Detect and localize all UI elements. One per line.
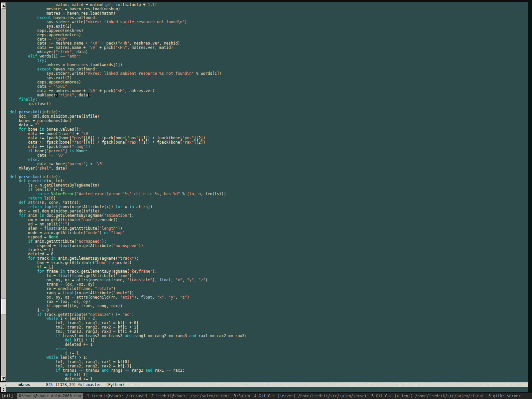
code-token: and: [146, 368, 153, 373]
code-token: parseskan: [19, 175, 40, 179]
code-token: '\0': [81, 131, 90, 136]
code-token: , ambres.ver): [125, 88, 155, 93]
code-token: [10, 149, 28, 153]
taskbar-window[interactable]: 3+Salem: [234, 393, 250, 399]
code-token: data =: [10, 123, 35, 127]
code-token: [10, 368, 56, 373]
scrollbar-trough[interactable]: [1, 9, 6, 376]
code-token: while: [47, 355, 58, 360]
code-token: + pack(: [99, 41, 118, 46]
code-token: "rax": [72, 140, 83, 145]
minibuffer-scrollbar[interactable]: [1, 387, 6, 392]
code-token: [10, 316, 47, 321]
code-token: :: [79, 54, 81, 59]
emacs-frame: matnm, matid = matnm[:p], int(matnm[p + …: [0, 0, 528, 393]
mode-line-text: --:---: [0, 382, 18, 387]
code-token: frame: [44, 269, 60, 274]
code-token: [10, 213, 19, 218]
code-token: and: [125, 333, 132, 338]
code-token: "Wanted exactly one `%s' child in %s, ha…: [76, 192, 180, 196]
code-token: in: [60, 269, 65, 274]
code-token: data +=: [10, 153, 56, 158]
code-token: "name": [58, 131, 72, 136]
code-token: [10, 346, 56, 351]
code-token: ad = nm.split(: [10, 222, 60, 226]
code-token: if: [37, 312, 42, 317]
code-token: deps.append(matres): [10, 33, 81, 37]
code-token: and: [189, 333, 196, 338]
code-token: ) !=: [111, 312, 123, 317]
taskbar-window[interactable]: 2-fredrik@shack:~/src/salem/client: [151, 393, 229, 399]
code-token: "length": [99, 226, 118, 231]
taskbar-window-selected[interactable]: 0*emacs@shack.dolda2000.com: [17, 393, 83, 399]
code-token: doc = xml.dom.minidom.parse(infile): [10, 209, 99, 213]
code-line[interactable]: mklayer("skel", data): [10, 166, 247, 171]
scrollbar-thumb[interactable]: [1, 299, 6, 315]
code-token: len(ls) != 1:: [33, 187, 65, 192]
code-token: ): [185, 20, 187, 24]
code-token: "skel": [37, 166, 51, 171]
code-token: "<Hh": [116, 45, 127, 50]
code-token: data += meshres.name +: [10, 41, 90, 46]
code-token: "translate": [127, 278, 152, 282]
code-token: ][1]) + fpack(bone[: [139, 136, 183, 140]
code-token: nm = anim.getAttribute(: [10, 217, 81, 222]
code-line[interactable]: bones = parsebones(doc): [10, 119, 247, 123]
code-window[interactable]: matnm, matid = matnm[:p], int(matnm[p + …: [6, 2, 528, 382]
code-token: data += fpack(bone[: [10, 144, 72, 149]
taskbar-window[interactable]: 5-Git Gui (client) /home/fredrik/src/sal…: [371, 393, 484, 399]
code-token: attrs: [28, 200, 40, 205]
code-token: "rax": [127, 140, 139, 145]
code-token: def: [19, 179, 26, 183]
code-buffer[interactable]: matnm, matid = matnm[:p], int(matnm[p + …: [10, 3, 247, 381]
code-token: , matres.ver, matid): [127, 45, 173, 50]
code-token: haven.res.notfound:: [51, 67, 97, 71]
code-token: x: [122, 204, 129, 209]
echo-area[interactable]: [6, 387, 528, 392]
scrollbar-down-button[interactable]: [1, 376, 6, 381]
code-token: raise: [37, 192, 49, 196]
code-token: )): [129, 273, 134, 278]
code-token: mklayer(: [10, 50, 56, 54]
code-token: :: [44, 58, 47, 63]
code-token: ):: [134, 256, 139, 261]
code-token: [10, 67, 37, 71]
code-token: deleted += 1: [10, 342, 92, 347]
code-line[interactable]: data += '\0': [10, 153, 247, 158]
code-token: if: [28, 187, 33, 192]
code-line[interactable]: deleted += 1: [10, 377, 247, 381]
code-token: ,: [164, 295, 169, 300]
taskbar-window[interactable]: 6-gitk: server: [488, 393, 521, 399]
code-token: [10, 338, 65, 342]
code-token: "time": [116, 273, 130, 278]
code-line[interactable]: maklayer("rlink", data): [10, 93, 247, 97]
code-token: [42, 204, 44, 209]
code-token: float: [141, 295, 153, 300]
code-token: doc = xml.dom.minidom.parse(infile): [10, 114, 99, 119]
code-token: "<Hh": [118, 41, 129, 46]
code-token: ls = n.getElementsByTagName(tn): [10, 183, 99, 188]
code-token: [10, 204, 28, 209]
code-token: ): [67, 222, 69, 226]
code-token: ]): [85, 144, 90, 149]
code-token: ][2]): [194, 136, 205, 140]
buffer-name: mkres: [18, 382, 30, 387]
taskbar-window[interactable]: 4-Git Gui (server) /home/fredrik/src/sal…: [254, 393, 367, 399]
code-token: sys.stderr.write(: [10, 20, 85, 24]
code-token: ): [113, 286, 116, 291]
scrollbar-up-button[interactable]: [1, 2, 6, 9]
code-token: "\x00": [54, 37, 67, 42]
code-token: nspeed =: [10, 235, 49, 239]
code-token: doc.getElementsByTagName(: [44, 213, 104, 218]
scroll-down-icon: [3, 390, 5, 391]
code-token: anim.getAttribute(: [33, 239, 76, 244]
code-token: "mkres: linked sprite resource not found…: [85, 20, 185, 24]
code-token: [17, 175, 19, 179]
mode-line[interactable]: --:--- mkres 84% (1328,39) Git:master (P…: [0, 382, 528, 387]
taskbar-window[interactable]: 1-fredrik@shack:~/src/ashd: [87, 393, 147, 399]
code-token: attrs]): [134, 204, 152, 209]
code-token: "x": [176, 278, 183, 282]
code-token: :: [86, 149, 88, 153]
code-line[interactable]: ip.close(): [10, 102, 247, 106]
code-token: in: [129, 204, 134, 209]
